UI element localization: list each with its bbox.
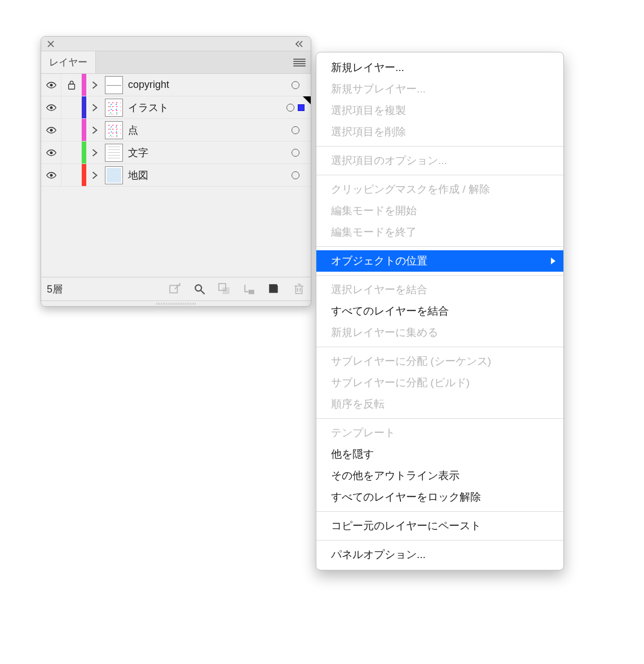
svg-point-3 (50, 129, 52, 131)
layer-name[interactable]: copyright (125, 74, 280, 96)
visibility-toggle[interactable] (41, 141, 61, 163)
layer-row[interactable]: copyright (41, 74, 311, 96)
new-layer-icon[interactable] (268, 283, 280, 295)
menu-separator (316, 146, 563, 147)
menu-item[interactable]: コピー元のレイヤーにペースト (316, 515, 563, 537)
menu-item: 新規サブレイヤー... (316, 78, 563, 100)
lock-toggle[interactable] (61, 96, 82, 118)
lock-toggle[interactable] (61, 164, 82, 186)
menu-separator (316, 246, 563, 247)
layer-name[interactable]: 地図 (125, 164, 280, 186)
menu-item: サブレイヤーに分配 (シーケンス) (316, 351, 563, 372)
menu-item[interactable]: その他をアウトライン表示 (316, 465, 563, 486)
panel-resize-grip[interactable] (41, 300, 311, 306)
panel-menu: 新規レイヤー...新規サブレイヤー...選択項目を複製選択項目を削除選択項目のオ… (316, 52, 564, 570)
target-ring-icon[interactable] (292, 81, 299, 89)
expand-toggle[interactable] (86, 141, 103, 163)
visibility-toggle[interactable] (41, 119, 61, 141)
layer-thumbnail (103, 141, 125, 163)
menu-item[interactable]: すべてのレイヤーをロック解除 (316, 486, 563, 508)
layer-thumbnail (103, 119, 125, 141)
panel-collapse-button[interactable] (294, 39, 306, 49)
expand-toggle[interactable] (86, 164, 103, 186)
layer-thumbnail (103, 96, 125, 118)
menu-item: 選択項目のオプション... (316, 150, 563, 171)
footer-icons (169, 283, 305, 295)
menu-item: 選択項目を複製 (316, 100, 563, 121)
delete-layer-icon[interactable] (293, 283, 305, 295)
layer-list: copyrightイラスト点文字地図 (41, 74, 311, 187)
clip-mask-icon[interactable] (218, 283, 231, 295)
visibility-toggle[interactable] (41, 164, 61, 186)
lock-toggle[interactable] (61, 141, 82, 163)
layer-row[interactable]: 文字 (41, 141, 311, 164)
svg-point-5 (50, 174, 52, 176)
expand-toggle[interactable] (86, 74, 103, 96)
locate-icon[interactable] (193, 283, 206, 295)
layer-name[interactable]: イラスト (125, 96, 280, 118)
visibility-toggle[interactable] (41, 74, 61, 96)
menu-item[interactable]: すべてのレイヤーを結合 (316, 300, 563, 322)
menu-item[interactable]: パネルオプション... (316, 544, 563, 565)
layer-row[interactable]: 点 (41, 119, 311, 141)
target-ring-icon[interactable] (286, 104, 294, 112)
panel-tab-row: レイヤー (41, 51, 311, 74)
menu-item: テンプレート (316, 422, 563, 444)
target-column[interactable] (280, 164, 311, 186)
menu-separator (316, 540, 563, 541)
panel-menu-button[interactable] (288, 51, 311, 73)
panel-titlebar (41, 37, 311, 51)
svg-rect-9 (223, 287, 230, 294)
menu-item: 選択項目を削除 (316, 121, 563, 143)
menu-separator (316, 511, 563, 512)
layer-row[interactable]: イラスト (41, 96, 311, 119)
target-column[interactable] (280, 96, 311, 118)
menu-separator (316, 418, 563, 419)
menu-item: 順序を反転 (316, 393, 563, 415)
layer-thumbnail (103, 74, 125, 96)
menu-item: サブレイヤーに分配 (ビルド) (316, 372, 563, 393)
panel-footer: 5層 (41, 277, 311, 300)
menu-item: 編集モードを終了 (316, 222, 563, 243)
target-ring-icon[interactable] (292, 126, 299, 134)
menu-separator (316, 175, 563, 175)
svg-rect-10 (249, 290, 254, 294)
layer-name[interactable]: 点 (125, 119, 280, 141)
menu-item[interactable]: オブジェクトの位置 (316, 250, 563, 272)
expand-toggle[interactable] (86, 119, 103, 141)
panel-close-button[interactable] (46, 39, 56, 49)
layer-name[interactable]: 文字 (125, 141, 280, 163)
layer-color-strip (82, 141, 86, 163)
layer-color-strip (82, 164, 86, 186)
lock-toggle[interactable] (61, 74, 82, 96)
tab-layers[interactable]: レイヤー (41, 51, 96, 73)
menu-separator (316, 347, 563, 347)
svg-rect-6 (170, 285, 177, 293)
target-ring-icon[interactable] (292, 149, 299, 157)
target-column[interactable] (280, 141, 311, 163)
visibility-toggle[interactable] (41, 96, 61, 118)
svg-point-0 (50, 83, 52, 86)
menu-item: クリッピングマスクを作成 / 解除 (316, 179, 563, 200)
layer-color-strip (82, 119, 86, 141)
layer-empty-area (41, 187, 311, 277)
target-column[interactable] (280, 119, 311, 141)
selection-color-box (298, 104, 305, 111)
layer-color-strip (82, 74, 86, 96)
tab-layers-label: レイヤー (49, 56, 87, 69)
target-ring-icon[interactable] (292, 171, 299, 179)
new-sublayer-icon[interactable] (243, 283, 255, 295)
menu-item: 選択レイヤーを結合 (316, 279, 563, 300)
expand-toggle[interactable] (86, 96, 103, 118)
svg-rect-1 (68, 84, 74, 89)
layer-count-label: 5層 (47, 282, 63, 296)
menu-item: 新規レイヤーに集める (316, 322, 563, 343)
menu-item[interactable]: 他を隠す (316, 444, 563, 465)
lock-toggle[interactable] (61, 119, 82, 141)
menu-separator (316, 275, 563, 276)
target-column[interactable] (280, 74, 311, 96)
export-icon[interactable] (169, 283, 181, 295)
svg-rect-11 (269, 284, 277, 293)
menu-item[interactable]: 新規レイヤー... (316, 57, 563, 78)
layer-row[interactable]: 地図 (41, 164, 311, 187)
